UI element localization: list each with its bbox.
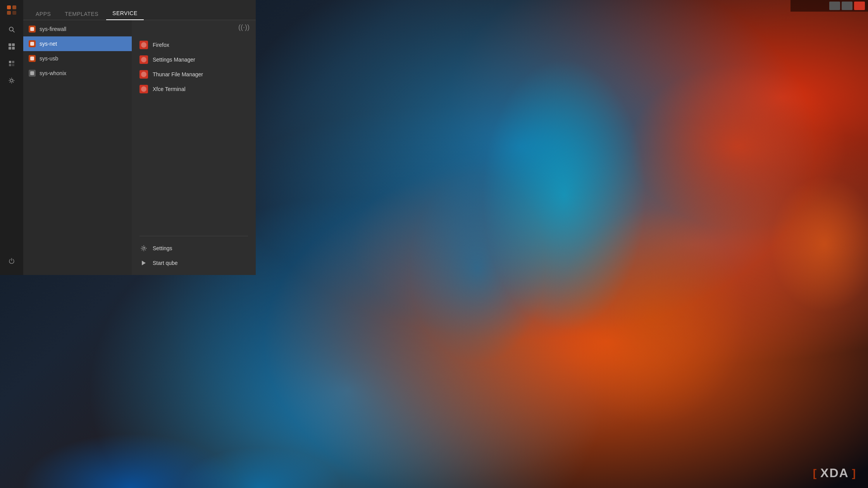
- top-bar: [790, 0, 868, 12]
- svg-rect-13: [12, 64, 14, 66]
- xfce-terminal-icon: [140, 85, 148, 93]
- sidebar-domains-button[interactable]: [4, 56, 19, 71]
- qube-dot-sys-whonix: [29, 70, 36, 77]
- qube-item-sys-net[interactable]: sys-net: [23, 36, 132, 51]
- tab-bar: APPS TEMPLATES SERVICE: [23, 0, 256, 20]
- xda-bracket-left: [: [813, 467, 817, 479]
- qube-dot-sys-firewall: [29, 26, 36, 33]
- settings-manager-icon: [140, 55, 148, 64]
- main-panel: APPS TEMPLATES SERVICE sys-firewall sy: [23, 0, 256, 275]
- xda-text: XDA: [820, 466, 849, 480]
- app-menu: APPS TEMPLATES SERVICE sys-firewall sy: [0, 0, 256, 275]
- qubes-logo-icon: [5, 4, 18, 16]
- start-qube-action-icon: [140, 259, 148, 267]
- qube-dot-sys-usb: [29, 55, 36, 62]
- qube-item-sys-firewall[interactable]: sys-firewall: [23, 22, 132, 36]
- firefox-icon: [140, 41, 148, 49]
- sidebar-search-button[interactable]: [4, 22, 19, 37]
- tab-templates[interactable]: TEMPLATES: [59, 8, 105, 20]
- app-item-settings-manager[interactable]: Settings Manager: [132, 52, 256, 67]
- qube-label-sys-net: sys-net: [40, 41, 57, 47]
- svg-rect-1: [12, 5, 16, 9]
- settings-action-label: Settings: [153, 245, 172, 251]
- bottom-actions: Settings Start qube: [132, 238, 256, 275]
- app-label-thunar: Thunar File Manager: [153, 71, 203, 77]
- close-button[interactable]: [854, 2, 865, 10]
- maximize-button[interactable]: [842, 2, 852, 10]
- tab-apps[interactable]: APPS: [29, 8, 57, 20]
- svg-rect-12: [9, 64, 11, 66]
- svg-rect-7: [12, 43, 15, 46]
- minimize-button[interactable]: [829, 2, 840, 10]
- svg-rect-8: [9, 47, 11, 50]
- app-logo: [5, 3, 19, 17]
- apps-list: Firefox Settings Manager Thunar File Man…: [132, 34, 256, 234]
- svg-rect-3: [12, 11, 16, 15]
- svg-rect-10: [9, 61, 11, 63]
- qube-label-sys-firewall: sys-firewall: [40, 26, 66, 32]
- app-item-thunar[interactable]: Thunar File Manager: [132, 67, 256, 82]
- settings-action[interactable]: Settings: [132, 241, 256, 256]
- qube-label-sys-usb: sys-usb: [40, 55, 58, 62]
- sidebar-settings-button[interactable]: [4, 73, 19, 88]
- app-label-settings-manager: Settings Manager: [153, 57, 195, 63]
- qube-item-sys-whonix[interactable]: sys-whonix: [23, 66, 132, 81]
- settings-action-icon: [140, 244, 148, 253]
- xda-bracket-right: ]: [852, 467, 856, 479]
- apps-panel: ((·)) Firefox Settings Manager: [132, 20, 256, 275]
- qubes-icon: [8, 43, 15, 50]
- sidebar-qubes-button[interactable]: [4, 39, 19, 54]
- gear-icon: [8, 77, 15, 84]
- qube-item-sys-usb[interactable]: sys-usb: [23, 51, 132, 66]
- wifi-icon: ((·)): [238, 23, 250, 31]
- content-area: sys-firewall sys-net sys-usb: [23, 20, 256, 275]
- start-qube-action[interactable]: Start qube: [132, 256, 256, 270]
- start-qube-action-label: Start qube: [153, 260, 178, 266]
- svg-rect-0: [7, 5, 11, 9]
- thunar-icon: [140, 70, 148, 79]
- sidebar: [0, 0, 23, 275]
- app-label-xfce-terminal: Xfce Terminal: [153, 86, 186, 92]
- svg-rect-6: [9, 43, 11, 46]
- xda-watermark: [ XDA ]: [813, 466, 856, 480]
- app-item-xfce-terminal[interactable]: Xfce Terminal: [132, 82, 256, 96]
- svg-marker-16: [142, 261, 146, 265]
- qube-dot-sys-net: [29, 40, 36, 47]
- svg-rect-2: [7, 11, 11, 15]
- domains-icon: [8, 60, 15, 67]
- qubes-list: sys-firewall sys-net sys-usb: [23, 20, 132, 275]
- power-icon: [8, 258, 15, 265]
- app-label-firefox: Firefox: [153, 42, 169, 48]
- svg-rect-11: [12, 61, 14, 63]
- search-icon: [8, 26, 15, 33]
- sidebar-power-button[interactable]: [4, 253, 19, 269]
- qube-label-sys-whonix: sys-whonix: [40, 70, 66, 76]
- tab-service[interactable]: SERVICE: [106, 7, 144, 20]
- divider: [140, 236, 248, 236]
- apps-panel-header: ((·)): [132, 20, 256, 34]
- svg-line-5: [13, 31, 14, 32]
- svg-rect-9: [12, 47, 15, 50]
- app-item-firefox[interactable]: Firefox: [132, 38, 256, 52]
